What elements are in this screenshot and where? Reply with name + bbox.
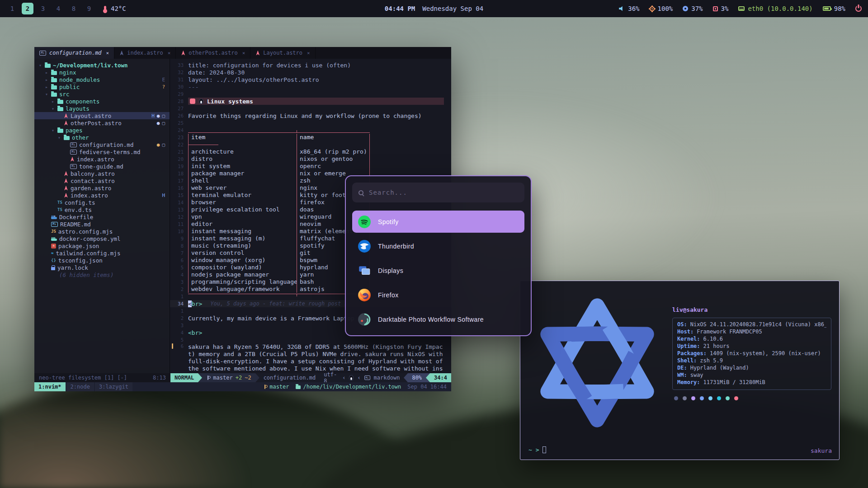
workspace-9[interactable]: 9 xyxy=(83,3,95,14)
tree-item-yarn.lock[interactable]: yarn.lock xyxy=(34,264,170,271)
tree-item-layouts[interactable]: ▾layouts xyxy=(34,105,170,112)
close-icon[interactable]: × xyxy=(242,50,245,56)
tree-item-tsconfig.json[interactable]: {}tsconfig.json xyxy=(34,257,170,264)
module-value: eth0 (10.0.0.140) xyxy=(748,5,812,12)
tree-item-nginx[interactable]: ▸nginx xyxy=(34,69,170,76)
launcher-item-Thunderbird[interactable]: Thunderbird xyxy=(352,235,524,257)
tree-item-docker-compose.yml[interactable]: docker-compose.yml xyxy=(34,235,170,242)
module-power[interactable] xyxy=(855,5,862,12)
line-number: 5 xyxy=(175,337,188,343)
tab-configuration.md[interactable]: M↓configuration.md× xyxy=(34,47,114,59)
tree-item-config.ts[interactable]: TSconfig.ts xyxy=(34,199,170,206)
tree-item-astro.config.mjs[interactable]: JSastro.config.mjs xyxy=(34,228,170,235)
status-mark: ● xyxy=(157,120,160,126)
table-separator-row xyxy=(188,141,370,148)
table-cell-item: terminal emulator xyxy=(189,192,297,199)
module-network[interactable]: eth0 (10.0.0.140) xyxy=(738,5,812,12)
launcher-item-Firefox[interactable]: Firefox xyxy=(352,284,524,306)
table-cell-item: webdev language/framework xyxy=(189,286,297,293)
tab-otherPost.astro[interactable]: otherPost.astro× xyxy=(176,47,250,59)
workspace-1[interactable]: 1 xyxy=(6,3,18,14)
buffer-text: layout: ../../layouts/otherPost.astro xyxy=(188,76,319,83)
tree-item-index.astro[interactable]: index.astroH xyxy=(34,192,170,199)
javascript-icon: JS xyxy=(51,229,56,234)
tmux-window-2:node[interactable]: 2:node xyxy=(66,382,94,391)
tree-item-balcony.astro[interactable]: balcony.astro xyxy=(34,170,170,177)
table-row: vpnwireguard xyxy=(188,213,370,221)
close-icon[interactable]: × xyxy=(307,50,310,56)
line-number: 17 xyxy=(175,178,188,183)
tree-item-pages[interactable]: ▾pages xyxy=(34,127,170,134)
tree-item-other[interactable]: ▾other xyxy=(34,134,170,141)
tree-item-fediverse-terms.md[interactable]: M↓fediverse-terms.md xyxy=(34,148,170,155)
workspace-4[interactable]: 4 xyxy=(52,3,64,14)
temperature-module[interactable]: 42°C xyxy=(104,5,126,12)
expander-icon: ▾ xyxy=(38,63,42,68)
tree-item-garden.astro[interactable]: garden.astro xyxy=(34,184,170,192)
tree-item-Layout.astro[interactable]: Layout.astroH●▢ xyxy=(34,112,170,119)
module-battery[interactable]: 98% xyxy=(823,5,845,12)
workspace-2[interactable]: 2 xyxy=(22,3,33,14)
tree-item-env.d.ts[interactable]: TSenv.d.ts xyxy=(34,206,170,213)
tree-item-~/Development/liv.town[interactable]: ▾~/Development/liv.town xyxy=(34,61,170,69)
module-load[interactable]: 100% xyxy=(650,5,673,12)
table-cell-item: music (streaming) xyxy=(189,242,297,249)
line-number: 10 xyxy=(175,229,188,234)
close-icon[interactable]: × xyxy=(106,50,109,56)
launcher-item-Darktable Photo Workflow Software[interactable]: Darktable Photo Workflow Software xyxy=(352,308,524,330)
shell-prompt[interactable]: ~ > xyxy=(528,446,546,453)
fetch-info-value: 6.10.6 xyxy=(703,336,723,343)
tree-item-tailwind.config.mjs[interactable]: ≈tailwind.config.mjs xyxy=(34,249,170,257)
ethernet-icon xyxy=(738,6,745,11)
launcher-item-Spotify[interactable]: Spotify xyxy=(352,211,524,233)
tree-item-tone-guide.md[interactable]: M↓tone-guide.md xyxy=(34,163,170,170)
editor-line: 25 xyxy=(170,119,451,127)
tmux-window-3:lazygit[interactable]: 3:lazygit xyxy=(95,382,132,391)
astro-icon xyxy=(255,51,260,56)
tree-item-node_modules[interactable]: ▸node_modulesE xyxy=(34,76,170,83)
tree-item-(6 hidden items)[interactable]: (6 hidden items) xyxy=(34,271,170,278)
nixos-logo xyxy=(530,293,664,433)
launcher-search[interactable] xyxy=(352,183,524,202)
neotree-status-right: 8:13 xyxy=(153,375,166,381)
palette-dot xyxy=(674,396,678,400)
markdown-icon: M↓ xyxy=(364,375,370,380)
tree-item-components[interactable]: ▸components xyxy=(34,98,170,105)
module-disk[interactable]: 37% xyxy=(683,5,703,12)
tab-Layout.astro[interactable]: Layout.astro× xyxy=(250,47,315,59)
table-row: nodejs package manageryarn xyxy=(188,271,370,278)
tree-item-index.astro[interactable]: index.astro xyxy=(34,155,170,163)
tmux-window-1:nvim*[interactable]: 1:nvim* xyxy=(34,382,66,391)
tree-item-contact.astro[interactable]: contact.astro xyxy=(34,177,170,184)
tab-label: otherPost.astro xyxy=(189,50,237,56)
tree-item-package.json[interactable]: npackage.json xyxy=(34,242,170,249)
fetch-info-value: 1409 (nix-system), 2590 (nix-user) xyxy=(710,350,821,357)
launcher-item-Displays[interactable]: Displays xyxy=(352,259,524,282)
tree-item-Dockerfile[interactable]: Dockerfile xyxy=(34,213,170,221)
table-cell-item: vpn xyxy=(189,213,297,221)
close-icon[interactable]: × xyxy=(168,50,171,56)
search-input[interactable] xyxy=(369,189,518,196)
tree-item-public[interactable]: ▸public? xyxy=(34,83,170,90)
expander-icon: ▾ xyxy=(57,135,61,140)
folder-open-icon xyxy=(45,64,51,68)
module-cpu[interactable]: 3% xyxy=(713,5,729,12)
git-status-marks: H xyxy=(162,192,170,198)
tree-item-src[interactable]: ▾src xyxy=(34,90,170,98)
table-row: webdev language/frameworkastrojs xyxy=(188,286,370,293)
fetch-info-line: Kernel:6.10.6 xyxy=(677,336,826,343)
editor-line: 26Favorite things regarding Linux and my… xyxy=(170,112,451,119)
tree-item-README.md[interactable]: M↓README.md xyxy=(34,221,170,228)
tree-item-otherPost.astro[interactable]: otherPost.astro●▢ xyxy=(34,119,170,127)
heading-text: Linux systems xyxy=(207,98,253,105)
tab-index.astro[interactable]: index.astro× xyxy=(114,47,176,59)
folder-icon xyxy=(296,385,301,389)
table-cell-item: package manager xyxy=(189,170,297,177)
workspace-8[interactable]: 8 xyxy=(68,3,80,14)
tree-item-configuration.md[interactable]: M↓configuration.md●▢ xyxy=(34,141,170,148)
module-volume[interactable]: 36% xyxy=(619,5,639,12)
editor-line: 24 xyxy=(170,127,451,134)
workspace-3[interactable]: 3 xyxy=(37,3,49,14)
tmux-git-segment: master xyxy=(263,384,289,390)
line-number: 26 xyxy=(175,113,188,118)
